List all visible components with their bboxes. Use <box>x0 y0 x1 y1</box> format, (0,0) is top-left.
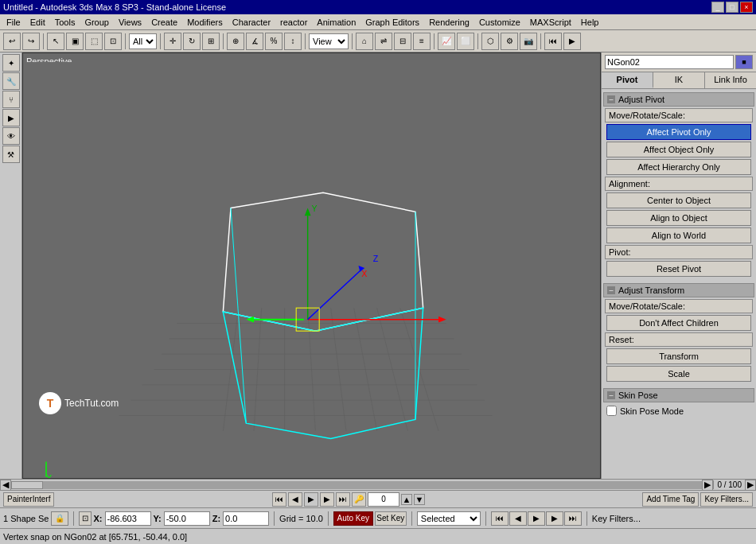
menu-graph-editors[interactable]: Graph Editors <box>360 16 424 29</box>
angle-snap-button[interactable]: ∡ <box>246 33 263 50</box>
lock-btn[interactable]: 🔒 <box>51 511 68 526</box>
rotate-button[interactable]: ↻ <box>183 33 201 50</box>
go-start-btn[interactable]: ⏮ <box>272 492 286 507</box>
selection-dropdown[interactable]: Selected <box>417 511 481 526</box>
play-button[interactable]: ▶ <box>563 33 581 50</box>
select-button[interactable]: ↖ <box>47 33 64 50</box>
menu-maxscript[interactable]: MAXScript <box>525 16 576 29</box>
menu-character[interactable]: Character <box>228 16 275 29</box>
coord-mode-btn[interactable]: ⊡ <box>79 511 92 526</box>
menu-group[interactable]: Group <box>80 16 114 29</box>
snap-button[interactable]: ⊕ <box>227 33 244 50</box>
display-tab[interactable]: 👁 <box>2 127 20 145</box>
play-anim-btn[interactable]: ▶ <box>304 492 318 507</box>
transform-btn[interactable]: Transform <box>606 348 751 364</box>
rect-select-button[interactable]: ⬚ <box>85 33 103 50</box>
set-key-btn[interactable]: Set Key <box>375 511 407 526</box>
auto-key-btn[interactable]: Auto Key <box>333 511 373 526</box>
named-sel-button[interactable]: ⌂ <box>356 33 373 50</box>
scroll-end-btn[interactable]: ▶ <box>745 480 756 491</box>
menu-modifiers[interactable]: Modifiers <box>182 16 228 29</box>
menu-rendering[interactable]: Rendering <box>424 16 474 29</box>
menu-help[interactable]: Help <box>576 16 604 29</box>
go-end-btn[interactable]: ⏭ <box>336 492 350 507</box>
create-tab[interactable]: ✦ <box>2 54 20 72</box>
object-color-btn[interactable]: ■ <box>735 55 753 69</box>
align-to-world-btn[interactable]: Align to World <box>606 227 751 243</box>
z-input[interactable] <box>223 511 269 526</box>
painter-interf-btn[interactable]: PainterInterf <box>3 492 54 507</box>
pb-play-btn[interactable]: ▶ <box>528 511 545 526</box>
menu-reactor[interactable]: reactor <box>275 16 312 29</box>
scroll-left-btn[interactable]: ◀ <box>0 480 11 491</box>
redo-button[interactable]: ↪ <box>22 33 40 50</box>
utility-tab[interactable]: ⚒ <box>2 146 20 163</box>
select-by-name-button[interactable]: ▣ <box>66 33 84 50</box>
pb-end-btn[interactable]: ⏭ <box>564 511 582 526</box>
move-button[interactable]: ✛ <box>164 33 181 50</box>
prev-frame-btn[interactable]: ◀ <box>288 492 302 507</box>
menu-views[interactable]: Views <box>114 16 146 29</box>
close-button[interactable]: × <box>740 2 753 13</box>
affect-hierarchy-only-btn[interactable]: Affect Hierarchy Only <box>606 159 751 175</box>
frame-display[interactable]: 0 <box>368 492 399 507</box>
align-button[interactable]: ⊟ <box>394 33 411 50</box>
frame-down-btn[interactable]: ▼ <box>414 494 425 505</box>
tab-pivot[interactable]: Pivot <box>602 72 653 88</box>
dont-affect-children-btn[interactable]: Don't Affect Children <box>606 315 751 331</box>
add-time-tag-btn[interactable]: Add Time Tag <box>642 492 699 507</box>
scroll-thumb[interactable] <box>11 481 43 489</box>
key-filters-btn[interactable]: Key Filters... <box>700 492 753 507</box>
skin-pose-mode-checkbox[interactable] <box>606 406 617 416</box>
maximize-button[interactable]: □ <box>726 2 738 13</box>
skin-pose-header[interactable]: – Skin Pose <box>603 388 754 402</box>
menu-customize[interactable]: Customize <box>474 16 525 29</box>
menu-file[interactable]: File <box>2 16 25 29</box>
material-editor-button[interactable]: ⬡ <box>481 33 499 50</box>
reset-pivot-btn[interactable]: Reset Pivot <box>606 261 751 277</box>
mirror-button[interactable]: ⇌ <box>375 33 392 50</box>
scroll-track[interactable] <box>11 481 702 489</box>
window-crossing-button[interactable]: ⊡ <box>104 33 122 50</box>
viewport[interactable]: Perspective <box>22 52 601 479</box>
y-input[interactable] <box>164 511 210 526</box>
schematic-button[interactable]: ⬜ <box>457 33 474 50</box>
pb-prev-btn[interactable]: ◀ <box>509 511 527 526</box>
curve-editor-button[interactable]: 📈 <box>438 33 455 50</box>
layer-button[interactable]: ≡ <box>413 33 431 50</box>
align-to-object-btn[interactable]: Align to Object <box>606 210 751 226</box>
view-dropdown[interactable]: View <box>309 33 349 49</box>
scale-button[interactable]: ⊞ <box>202 33 220 50</box>
frame-up-btn[interactable]: ▲ <box>401 494 412 505</box>
minimize-button[interactable]: _ <box>711 2 724 13</box>
affect-object-only-btn[interactable]: Affect Object Only <box>606 142 751 157</box>
select-filter-dropdown[interactable]: All <box>129 33 157 49</box>
next-frame-btn[interactable]: ▶ <box>320 492 334 507</box>
x-input[interactable] <box>105 511 151 526</box>
adjust-pivot-header[interactable]: – Adjust Pivot <box>603 92 754 107</box>
menu-edit[interactable]: Edit <box>25 16 50 29</box>
tab-link-info[interactable]: Link Info <box>705 72 756 88</box>
object-name-input[interactable] <box>605 55 734 69</box>
render-setup-button[interactable]: ⚙ <box>501 33 518 50</box>
affect-pivot-only-btn[interactable]: Affect Pivot Only <box>606 124 751 140</box>
menu-create[interactable]: Create <box>146 16 182 29</box>
center-to-object-btn[interactable]: Center to Object <box>606 192 751 208</box>
key-mode-btn[interactable]: 🔑 <box>352 492 366 507</box>
tab-ik[interactable]: IK <box>653 72 705 88</box>
render-button[interactable]: 📷 <box>520 33 537 50</box>
undo-button[interactable]: ↩ <box>3 33 21 50</box>
menu-tools[interactable]: Tools <box>50 16 80 29</box>
prev-frame-button[interactable]: ⏮ <box>544 33 562 50</box>
horizontal-scrollbar[interactable]: ◀ ▶ 0 / 100 ▶ <box>0 479 756 490</box>
scale-btn[interactable]: Scale <box>606 366 751 382</box>
pb-next-btn[interactable]: ▶ <box>546 511 563 526</box>
adjust-transform-header[interactable]: – Adjust Transform <box>603 283 754 297</box>
modify-tab[interactable]: 🔧 <box>2 72 20 90</box>
motion-tab[interactable]: ▶ <box>2 109 20 126</box>
spinner-snap-button[interactable]: ↕ <box>284 33 302 50</box>
menu-animation[interactable]: Animation <box>312 16 360 29</box>
pb-start-btn[interactable]: ⏮ <box>491 511 509 526</box>
hierarchy-tab[interactable]: ⑂ <box>2 91 20 108</box>
percent-snap-button[interactable]: % <box>265 33 283 50</box>
